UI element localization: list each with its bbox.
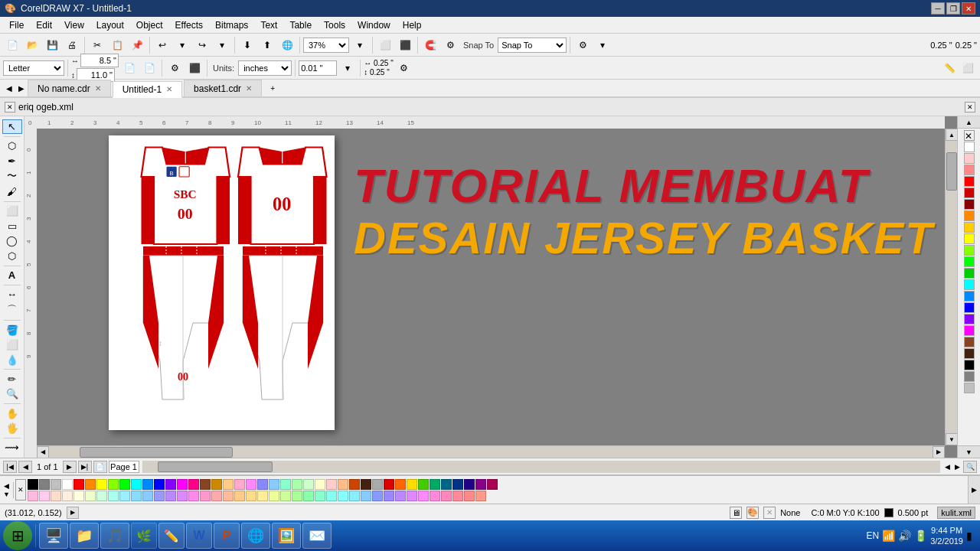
- blend-tool[interactable]: ⟿: [2, 441, 22, 455]
- pal2-20[interactable]: [246, 491, 256, 501]
- pal-magenta[interactable]: [177, 479, 188, 490]
- connector-tool[interactable]: ⌒: [2, 302, 22, 318]
- pal2-6[interactable]: [85, 491, 96, 501]
- pal2-31[interactable]: [372, 491, 383, 501]
- minimize-button[interactable]: ─: [931, 2, 945, 15]
- pal-periwinkle[interactable]: [257, 479, 268, 490]
- pal2-11[interactable]: [142, 491, 153, 501]
- undo-list-button[interactable]: ▾: [173, 36, 191, 54]
- options-button[interactable]: ⚙: [573, 36, 592, 54]
- pal-silver[interactable]: [51, 479, 61, 490]
- pal2-19[interactable]: [234, 491, 245, 501]
- right-color-cyan[interactable]: [964, 279, 975, 290]
- tab-noname[interactable]: No name.cdr ✕: [28, 80, 111, 96]
- pal2-39[interactable]: [464, 491, 475, 501]
- coord-expand-button[interactable]: ▶: [67, 507, 79, 519]
- taskbar-email[interactable]: ✉️: [302, 523, 332, 549]
- taskbar-inkscape[interactable]: 🌿: [131, 523, 157, 549]
- publish-button[interactable]: 🌐: [278, 36, 296, 54]
- pal-black[interactable]: [28, 479, 38, 490]
- right-color-blue[interactable]: [964, 302, 975, 313]
- right-color-orange[interactable]: [964, 210, 975, 221]
- smart-draw-tool[interactable]: ⬜: [2, 204, 22, 219]
- pal2-5[interactable]: [74, 491, 84, 501]
- menu-bitmaps[interactable]: Bitmaps: [209, 17, 254, 34]
- right-color-lime[interactable]: [964, 245, 975, 256]
- pal2-18[interactable]: [223, 491, 234, 501]
- taskbar-photo[interactable]: 🖼️: [272, 523, 301, 549]
- xml-close2-button[interactable]: ✕: [965, 102, 975, 112]
- ellipse-tool[interactable]: ◯: [2, 234, 22, 249]
- canvas-region[interactable]: 0 1 2 3 4 5 6 7 8 9 10 11 12 13 14 15: [24, 116, 957, 458]
- eyedropper-tool[interactable]: 💧: [2, 353, 22, 367]
- page-nav-next[interactable]: ▶: [63, 461, 77, 473]
- menu-layout[interactable]: Layout: [90, 17, 130, 34]
- language-indicator[interactable]: EN: [867, 530, 880, 541]
- pal2-28[interactable]: [338, 491, 348, 501]
- pal-blush[interactable]: [234, 479, 245, 490]
- export-button[interactable]: ⬆: [258, 36, 276, 54]
- page-nav-add[interactable]: 📄: [93, 461, 107, 473]
- right-color-silver[interactable]: [964, 383, 975, 393]
- grid-settings[interactable]: ⚙: [395, 59, 413, 77]
- paper-size-select[interactable]: Letter: [3, 60, 64, 76]
- pal2-17[interactable]: [211, 491, 222, 501]
- pal2-1[interactable]: [28, 491, 38, 501]
- pal2-25[interactable]: [303, 491, 314, 501]
- page-nav-first[interactable]: |◀: [3, 461, 17, 473]
- right-color-yellow-dark[interactable]: [964, 222, 975, 233]
- redo-button[interactable]: ↪: [193, 36, 211, 54]
- hscroll-right-button[interactable]: ▶: [933, 446, 945, 458]
- battery-icon[interactable]: 🔋: [914, 530, 927, 542]
- freehand-tool[interactable]: ✒: [2, 154, 22, 168]
- sound-icon[interactable]: 🔊: [898, 530, 911, 542]
- palette-color-none[interactable]: ✕: [15, 479, 26, 500]
- tab-untitled-close[interactable]: ✕: [166, 85, 172, 93]
- pal-rose[interactable]: [188, 479, 199, 490]
- restore-button[interactable]: ❐: [946, 2, 960, 15]
- pal-tangerine[interactable]: [395, 479, 406, 490]
- pal2-30[interactable]: [361, 491, 371, 501]
- taskbar-media[interactable]: 🎵: [100, 523, 129, 549]
- undo-button[interactable]: ↩: [153, 36, 172, 54]
- show-desktop-button[interactable]: ▮: [966, 530, 972, 542]
- menu-table[interactable]: Table: [283, 17, 318, 34]
- scroll-down-button[interactable]: ▼: [946, 433, 957, 445]
- zoom-tool[interactable]: 🔍: [2, 387, 22, 402]
- pal-orange[interactable]: [85, 479, 96, 490]
- pal-violet[interactable]: [165, 479, 176, 490]
- pal-blue-light[interactable]: [142, 479, 153, 490]
- pal2-9[interactable]: [119, 491, 130, 501]
- pal-chartreuse[interactable]: [418, 479, 429, 490]
- pal-apricot[interactable]: [338, 479, 348, 490]
- zoom-dropdown-button[interactable]: ▾: [351, 36, 369, 54]
- pal2-29[interactable]: [349, 491, 360, 501]
- landscape-button[interactable]: 📄: [140, 59, 158, 77]
- open-button[interactable]: 📂: [23, 36, 41, 54]
- page-name-tab[interactable]: Page 1: [109, 461, 139, 473]
- right-palette-up[interactable]: ▲: [958, 116, 980, 129]
- pal2-15[interactable]: [188, 491, 199, 501]
- pal2-4[interactable]: [62, 491, 73, 501]
- pal2-40[interactable]: [475, 491, 486, 501]
- zoom-select[interactable]: 37%: [303, 37, 349, 53]
- pal-teal[interactable]: [441, 479, 452, 490]
- pal-sky[interactable]: [269, 479, 279, 490]
- page-width-input[interactable]: [80, 54, 119, 67]
- pal-lavender[interactable]: [246, 479, 256, 490]
- taskbar-filemanager[interactable]: 📁: [70, 523, 99, 549]
- artistic-tool[interactable]: 🖌: [2, 184, 22, 199]
- right-color-pink-light[interactable]: [964, 153, 975, 164]
- import-button[interactable]: ⬇: [238, 36, 256, 54]
- dimension-tool[interactable]: ↔: [2, 288, 22, 302]
- pal2-12[interactable]: [154, 491, 165, 501]
- palette-down-button[interactable]: ▼: [3, 491, 10, 498]
- right-palette-down[interactable]: ▼: [958, 445, 980, 458]
- pal-red[interactable]: [74, 479, 84, 490]
- paste-button[interactable]: 📌: [128, 36, 146, 54]
- tab-nav-right[interactable]: ▶: [15, 80, 28, 96]
- hscroll-right-btn[interactable]: ▶: [953, 463, 962, 471]
- pal-light-green[interactable]: [303, 479, 314, 490]
- pal-cream[interactable]: [315, 479, 325, 490]
- bezier-tool[interactable]: 〜: [2, 168, 22, 184]
